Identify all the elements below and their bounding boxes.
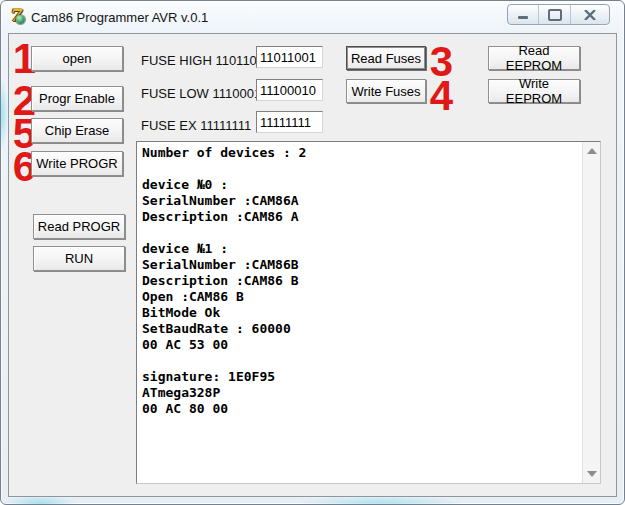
fuse-high-label: FUSE HIGH 11011001 [141,53,271,68]
minimize-button[interactable] [508,5,538,24]
write-fuses-button[interactable]: Write Fuses [346,79,426,103]
globe-icon [16,15,25,24]
titlebar[interactable]: 7 Cam86 Programmer AVR v.0.1 [1,1,624,33]
fuse-low-label: FUSE LOW 11100010 [141,86,268,101]
frame-glow [5,496,75,504]
scroll-down-icon[interactable] [587,471,597,477]
fuse-ex-label: FUSE EX 11111111 [141,118,251,133]
close-icon [584,10,596,20]
read-eeprom-button[interactable]: Read EEPROM [488,46,580,70]
run-button[interactable]: RUN [33,246,125,271]
read-progr-button[interactable]: Read PROGR [33,214,125,239]
write-eeprom-button[interactable]: Write EEPROM [488,79,580,103]
window-controls [507,4,610,25]
memo-scrollbar[interactable] [582,142,600,483]
app-icon[interactable]: 7 [9,7,27,25]
frame-glow [301,496,461,504]
chip-erase-button[interactable]: Chip Erase [31,118,123,143]
annotation-4: 4 [427,79,455,112]
fuse-low-input[interactable] [256,79,323,101]
log-memo[interactable]: Number of devices : 2 device №0 : Serial… [136,141,601,484]
maximize-icon [548,9,562,21]
app-window: 7 Cam86 Programmer AVR v.0.1 1 2 5 6 3 4 [0,0,625,505]
maximize-button[interactable] [538,5,569,24]
open-button[interactable]: open [31,46,123,71]
close-button[interactable] [570,5,609,24]
minimize-icon [518,16,528,19]
frame-glow [1,79,8,149]
write-progr-button[interactable]: Write PROGR [31,151,123,176]
scroll-up-icon[interactable] [587,148,597,154]
log-text: Number of devices : 2 device №0 : Serial… [137,142,600,417]
client-area: 1 2 5 6 3 4 open Progr Enable Chip Erase… [8,33,617,497]
window-title: Cam86 Programmer AVR v.0.1 [31,10,208,25]
progr-enable-button[interactable]: Progr Enable [31,86,123,111]
fuse-high-input[interactable] [256,46,323,68]
fuse-ex-input[interactable] [256,111,323,133]
read-fuses-button[interactable]: Read Fuses [346,46,426,70]
